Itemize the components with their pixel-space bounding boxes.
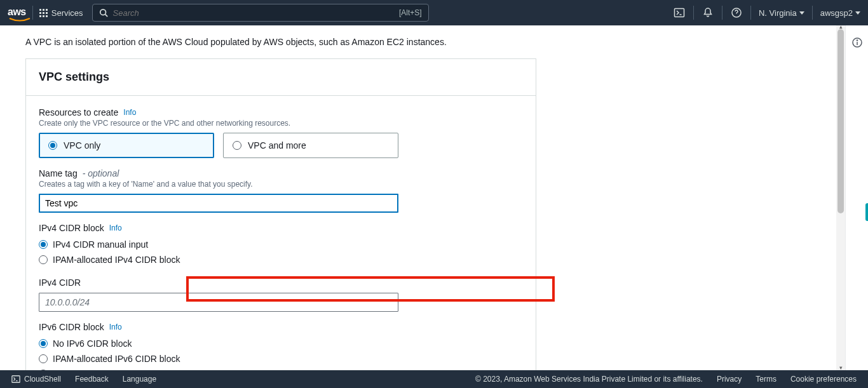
radio-label: IPv4 CIDR manual input [53,239,148,250]
svg-point-0 [100,10,105,15]
help-icon[interactable] [730,6,743,19]
svg-line-1 [105,15,107,17]
resources-desc: Create only the VPC resource or the VPC … [39,119,523,128]
services-label: Services [51,8,83,18]
account-menu[interactable]: awsgsp2 [820,8,860,18]
name-tag-label: Name tag [39,168,78,178]
svg-point-6 [857,40,857,41]
ipv4-cidr-label: IPv4 CIDR [39,278,81,288]
radio-ipv6-none[interactable]: No IPv6 CIDR block [39,336,523,351]
copyright-text: © 2023, Amazon Web Services India Privat… [475,375,703,384]
privacy-link[interactable]: Privacy [717,375,742,384]
scroll-thumb[interactable] [837,29,844,213]
radio-ipv4-ipam[interactable]: IPAM-allocated IPv4 CIDR block [39,252,523,267]
tile-vpc-and-more[interactable]: VPC and more [223,133,398,158]
feedback-link[interactable]: Feedback [75,375,109,384]
resources-label: Resources to create [39,107,118,117]
radio-icon [39,240,48,249]
optional-text: - optional [83,168,119,178]
divider [693,6,694,20]
main-content: A VPC is an isolated portion of the AWS … [0,25,845,370]
vertical-scrollbar[interactable]: ▴ ▾ [836,25,845,370]
search-box[interactable]: [Alt+S] [92,4,429,22]
ipv6-block-label: IPv6 CIDR block [39,322,104,332]
help-panel-rail [845,25,868,370]
radio-label: IPAM-allocated IPv6 CIDR block [53,354,180,364]
bell-icon[interactable] [702,6,714,19]
ipv4-block-label: IPv4 CIDR block [39,223,104,233]
field-ipv6-block: IPv6 CIDR block Info No IPv6 CIDR block … [39,322,523,370]
intro-text: A VPC is an isolated portion of the AWS … [25,37,830,47]
region-selector[interactable]: N. Virginia [759,8,804,18]
field-resources-to-create: Resources to create Info Create only the… [39,107,523,158]
divider [32,6,33,20]
radio-icon [39,255,48,264]
terms-link[interactable]: Terms [756,375,776,384]
top-navbar: aws Services [Alt+S] N. Virgini [0,0,868,25]
radio-ipv4-manual[interactable]: IPv4 CIDR manual input [39,237,523,252]
grid-icon [39,9,48,17]
language-link[interactable]: Language [123,375,156,384]
chevron-down-icon [799,11,804,15]
tile-vpc-only[interactable]: VPC only [39,133,214,158]
search-icon [99,8,108,17]
panel-title: VPC settings [39,70,523,84]
divider [812,6,813,20]
info-icon[interactable] [851,37,863,48]
field-ipv4-cidr: IPv4 CIDR [39,278,523,312]
vpc-settings-panel: VPC settings Resources to create Info Cr… [25,58,536,370]
divider [750,6,751,20]
radio-label: No IPv6 CIDR block [53,338,132,349]
footer-bar: CloudShell Feedback Language © 2023, Ama… [0,370,868,388]
cookie-preferences-link[interactable]: Cookie preferences [790,375,857,384]
tile-label: VPC and more [248,140,306,151]
name-tag-input[interactable] [39,194,398,213]
cloudshell-button[interactable]: CloudShell [11,375,61,384]
svg-rect-7 [12,376,20,383]
side-tab[interactable] [865,203,868,221]
radio-icon [233,141,241,150]
info-link[interactable]: Info [109,323,122,331]
search-input[interactable] [113,8,399,18]
panel-header: VPC settings [26,59,536,96]
field-name-tag: Name tag - optional Creates a tag with a… [39,168,523,213]
name-tag-desc: Creates a tag with a key of 'Name' and a… [39,180,523,189]
divider [722,6,722,20]
radio-icon [39,339,48,348]
aws-logo[interactable]: aws [8,6,26,19]
info-link[interactable]: Info [123,108,136,117]
search-hint: [Alt+S] [399,8,422,17]
cloudshell-icon[interactable] [673,6,686,19]
services-menu-button[interactable]: Services [39,8,83,18]
chevron-down-icon [855,11,860,15]
field-ipv4-block: IPv4 CIDR block Info IPv4 CIDR manual in… [39,223,523,267]
radio-icon [39,354,48,363]
ipv4-cidr-input[interactable] [39,293,398,312]
info-link[interactable]: Info [109,224,122,232]
tile-label: VPC only [64,140,100,151]
radio-icon [48,141,57,150]
radio-ipv6-ipam[interactable]: IPAM-allocated IPv6 CIDR block [39,351,523,366]
radio-label: IPAM-allocated IPv4 CIDR block [53,255,180,265]
